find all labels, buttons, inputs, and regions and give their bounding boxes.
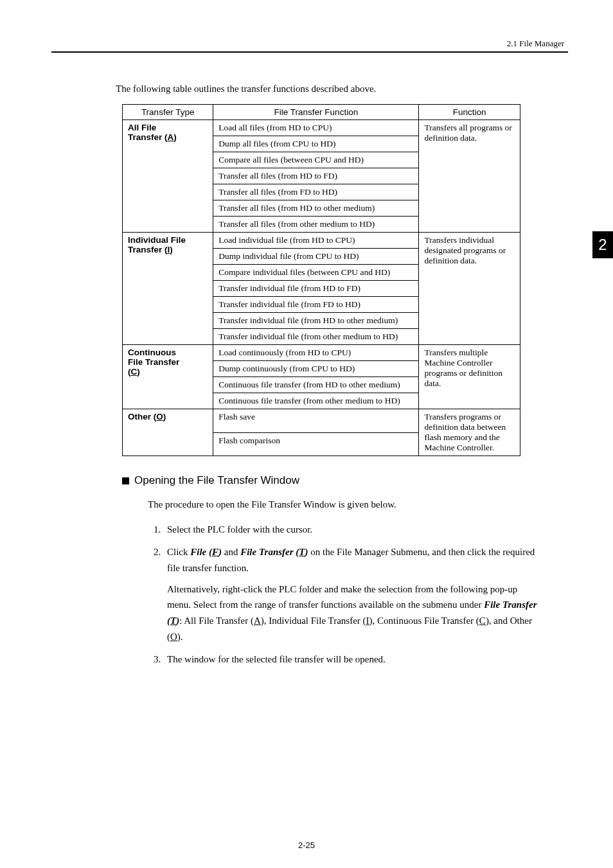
step-1: Select the PLC folder with the cursor.: [163, 522, 568, 538]
section-heading: Opening the File Transfer Window: [122, 474, 568, 487]
desc-cell-individual: Transfers individual designated programs…: [419, 233, 520, 345]
th-function: Function: [419, 105, 520, 120]
desc-cell-continuous: Transfers multiple Machine Controller pr…: [419, 345, 520, 409]
section-intro: The procedure to open the File Transfer …: [148, 497, 542, 512]
table-header-row: Transfer Type File Transfer Function Fun…: [123, 105, 520, 120]
func-cell: Flash comparison: [213, 432, 419, 456]
func-cell: Compare all files (between CPU and HD): [213, 152, 419, 168]
func-cell: Transfer all files (from HD to other med…: [213, 200, 419, 217]
func-cell: Load individual file (from HD to CPU): [213, 233, 419, 249]
table-row: All File Transfer (A) Load all files (fr…: [123, 120, 520, 136]
th-transfer-type: Transfer Type: [123, 105, 213, 120]
func-cell: Transfer individual file (from HD to oth…: [213, 313, 419, 329]
func-cell: Load all files (from HD to CPU): [213, 120, 419, 136]
square-bullet-icon: [122, 477, 129, 484]
type-cell-continuous: Continuous File Transfer (C): [123, 345, 213, 409]
table-row: Other (O) Flash save Transfers programs …: [123, 409, 520, 433]
func-cell: Dump continuously (from CPU to HD): [213, 361, 419, 377]
func-cell: Transfer all files (from other medium to…: [213, 217, 419, 233]
func-cell: Dump all files (from CPU to HD): [213, 136, 419, 152]
th-file-transfer-function: File Transfer Function: [213, 105, 419, 120]
transfer-functions-table: Transfer Type File Transfer Function Fun…: [122, 104, 520, 456]
page-number: 2-25: [0, 840, 613, 850]
table-row: Continuous File Transfer (C) Load contin…: [123, 345, 520, 361]
func-cell: Transfer individual file (from HD to FD): [213, 281, 419, 297]
func-cell: Transfer individual file (from FD to HD): [213, 297, 419, 313]
step-2: Click File (F) and File Transfer (T) on …: [163, 544, 568, 645]
func-cell: Transfer all files (from HD to FD): [213, 168, 419, 184]
page-header: 2.1 File Manager: [51, 39, 568, 53]
step-3: The window for the selected file transfe…: [163, 651, 568, 668]
header-rule: [51, 51, 568, 53]
section-heading-text: Opening the File Transfer Window: [134, 474, 299, 486]
func-cell: Continuous file transfer (from other med…: [213, 393, 419, 409]
func-cell: Continuous file transfer (from HD to oth…: [213, 377, 419, 393]
chapter-tab: 2: [592, 231, 613, 258]
func-cell: Dump individual file (from CPU to HD): [213, 249, 419, 265]
func-cell: Compare individual files (between CPU an…: [213, 265, 419, 281]
type-cell-other: Other (O): [123, 409, 213, 456]
func-cell: Transfer individual file (from other med…: [213, 329, 419, 345]
desc-cell-all-file: Transfers all programs or definition dat…: [419, 120, 520, 233]
type-cell-individual: Individual File Transfer (I): [123, 233, 213, 345]
procedure-steps: Select the PLC folder with the cursor. C…: [148, 522, 568, 667]
table-row: Individual File Transfer (I) Load indivi…: [123, 233, 520, 249]
type-cell-all-file: All File Transfer (A): [123, 120, 213, 233]
func-cell: Load continuously (from HD to CPU): [213, 345, 419, 361]
func-cell: Transfer all files (from FD to HD): [213, 184, 419, 200]
desc-cell-other: Transfers programs or definition data be…: [419, 409, 520, 456]
func-cell: Flash save: [213, 409, 419, 433]
header-section-label: 2.1 File Manager: [51, 39, 568, 49]
intro-paragraph: The following table outlines the transfe…: [116, 84, 568, 94]
